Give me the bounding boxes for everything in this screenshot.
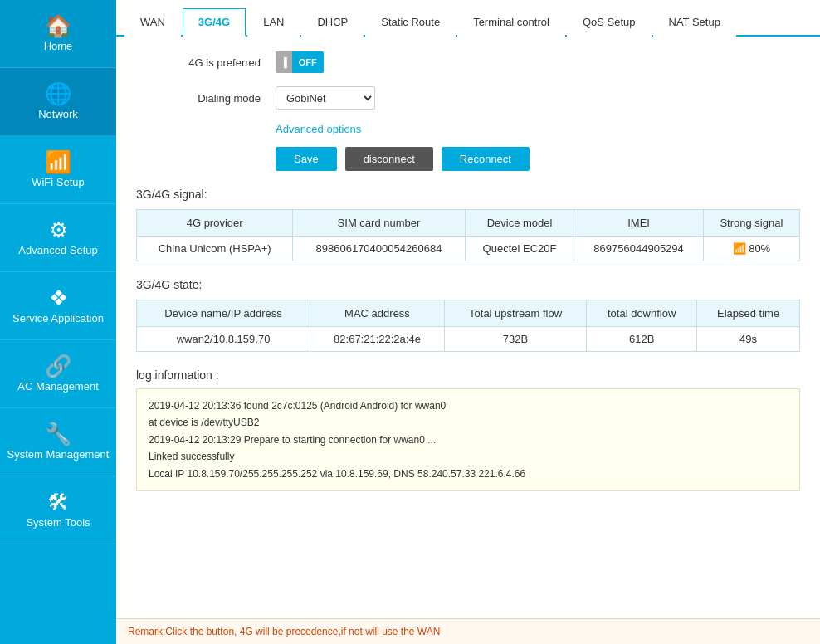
signal-col-strong-signal: Strong signal: [703, 210, 799, 237]
device-cell: wwan2/10.8.159.70: [137, 327, 310, 352]
tab-bar: WAN3G/4GLANDHCPStatic RouteTerminal cont…: [116, 0, 820, 37]
home-icon: 🏠: [45, 15, 71, 37]
signal-section-title: 3G/4G signal:: [136, 188, 800, 201]
signal-col-4g-provider: 4G provider: [137, 210, 293, 237]
signal-strength-cell: 📶 80%: [703, 237, 799, 261]
dialing-mode-label: Dialing mode: [136, 92, 261, 105]
signal-bar-icon: 📶: [733, 242, 746, 255]
4g-preferred-toggle[interactable]: ▐ OFF: [276, 51, 324, 73]
sidebar-label-advanced-setup: Advanced Setup: [18, 244, 97, 257]
service-application-icon: ❖: [49, 287, 68, 309]
log-line: 2019-04-12 20:13:36 found 2c7c:0125 (And…: [149, 398, 788, 414]
state-section-title: 3G/4G state:: [136, 278, 800, 291]
dialing-mode-select[interactable]: GobiNetQMIPPP: [276, 86, 375, 110]
signal-cell-1: 898606170400054260684: [293, 237, 465, 261]
advanced-options-link[interactable]: Advanced options: [276, 123, 800, 135]
state-col-device-name-ip-address: Device name/IP address: [137, 300, 310, 327]
sidebar-item-network[interactable]: 🌐Network: [0, 68, 116, 136]
signal-cell-2: Quectel EC20F: [465, 237, 574, 261]
system-management-icon: 🔧: [45, 423, 71, 445]
sidebar-label-ac-management: AC Management: [17, 380, 99, 393]
state-table-row: wwan2/10.8.159.7082:67:21:22:2a:4e732B61…: [137, 327, 800, 352]
reconnect-button[interactable]: Reconnect: [442, 147, 530, 171]
remark-bar: Remark:Click the button, 4G will be prec…: [116, 618, 820, 644]
state-col-total-upstream-flow: Total upstream flow: [444, 300, 586, 327]
signal-table-body: China Unicom (HSPA+)89860617040005426068…: [137, 237, 800, 261]
tab-lan[interactable]: LAN: [247, 8, 300, 37]
sidebar-label-wifi-setup: WiFi Setup: [32, 176, 85, 189]
sidebar-label-system-tools: System Tools: [26, 516, 90, 529]
signal-table-header: 4G providerSIM card numberDevice modelIM…: [137, 210, 800, 237]
signal-cell-3: 869756044905294: [574, 237, 703, 261]
sidebar-label-service-application: Service Application: [12, 312, 104, 325]
state-col-mac-address: MAC address: [310, 300, 445, 327]
tab-terminal-control[interactable]: Terminal control: [457, 8, 565, 37]
tab-dhcp[interactable]: DHCP: [301, 8, 364, 37]
log-line: 2019-04-12 20:13:29 Prepare to starting …: [149, 432, 788, 448]
4g-preferred-row: 4G is preferred ▐ OFF: [136, 51, 800, 73]
state-table-header: Device name/IP addressMAC addressTotal u…: [137, 300, 800, 327]
sidebar-label-system-management: System Management: [7, 448, 110, 461]
downflow-cell: 612B: [587, 327, 697, 352]
sidebar-item-service-application[interactable]: ❖Service Application: [0, 272, 116, 340]
sidebar-label-home: Home: [44, 40, 73, 53]
log-section-title: log information :: [136, 368, 800, 382]
disconnect-button[interactable]: disconnect: [345, 147, 433, 171]
log-line: Local IP 10.8.159.70/255.255.255.252 via…: [149, 466, 788, 482]
sidebar-item-ac-management[interactable]: 🔗AC Management: [0, 340, 116, 408]
state-col-elapsed-time: Elapsed time: [697, 300, 800, 327]
network-icon: 🌐: [45, 83, 71, 105]
dialing-mode-row: Dialing mode GobiNetQMIPPP: [136, 86, 800, 110]
action-buttons: Save disconnect Reconnect: [276, 147, 800, 171]
content-area: 4G is preferred ▐ OFF Dialing mode GobiN…: [116, 37, 820, 618]
system-tools-icon: 🛠: [47, 491, 69, 513]
sidebar-item-system-management[interactable]: 🔧System Management: [0, 408, 116, 476]
main-content: WAN3G/4GLANDHCPStatic RouteTerminal cont…: [116, 0, 820, 644]
sidebar-item-wifi-setup[interactable]: 📶WiFi Setup: [0, 136, 116, 204]
tab-wan[interactable]: WAN: [124, 8, 181, 37]
tab-static-route[interactable]: Static Route: [365, 8, 456, 37]
mac-cell: 82:67:21:22:2a:4e: [310, 327, 445, 352]
ac-management-icon: 🔗: [45, 355, 71, 377]
sidebar: 🏠Home🌐Network📶WiFi Setup⚙Advanced Setup❖…: [0, 0, 116, 644]
sidebar-label-network: Network: [38, 108, 78, 121]
sidebar-item-home[interactable]: 🏠Home: [0, 0, 116, 68]
upstream-cell: 732B: [444, 327, 586, 352]
advanced-setup-icon: ⚙: [49, 219, 68, 241]
log-box: 2019-04-12 20:13:36 found 2c7c:0125 (And…: [136, 388, 800, 491]
wifi-setup-icon: 📶: [45, 151, 71, 173]
state-table-body: wwan2/10.8.159.7082:67:21:22:2a:4e732B61…: [137, 327, 800, 352]
toggle-off-indicator: ▐: [276, 51, 292, 73]
sidebar-item-advanced-setup[interactable]: ⚙Advanced Setup: [0, 204, 116, 272]
log-line: at device is /dev/ttyUSB2: [149, 414, 788, 431]
save-button[interactable]: Save: [276, 147, 337, 171]
tab-nat-setup[interactable]: NAT Setup: [653, 8, 736, 37]
toggle-off-label: OFF: [292, 51, 324, 73]
signal-col-device-model: Device model: [465, 210, 574, 237]
signal-cell-0: China Unicom (HSPA+): [137, 237, 293, 261]
signal-table: 4G providerSIM card numberDevice modelIM…: [136, 209, 800, 261]
tab-3g4g[interactable]: 3G/4G: [183, 8, 246, 37]
state-table: Device name/IP addressMAC addressTotal u…: [136, 300, 800, 352]
elapsed-cell: 49s: [697, 327, 800, 352]
state-col-total-downflow: total downflow: [587, 300, 697, 327]
signal-table-row: China Unicom (HSPA+)89860617040005426068…: [137, 237, 800, 261]
signal-col-sim-card-number: SIM card number: [293, 210, 465, 237]
sidebar-item-system-tools[interactable]: 🛠System Tools: [0, 476, 116, 544]
tab-qos-setup[interactable]: QoS Setup: [567, 8, 652, 37]
log-line: Linked successfully: [149, 448, 788, 465]
signal-col-imei: IMEI: [574, 210, 703, 237]
4g-preferred-label: 4G is preferred: [136, 56, 261, 69]
